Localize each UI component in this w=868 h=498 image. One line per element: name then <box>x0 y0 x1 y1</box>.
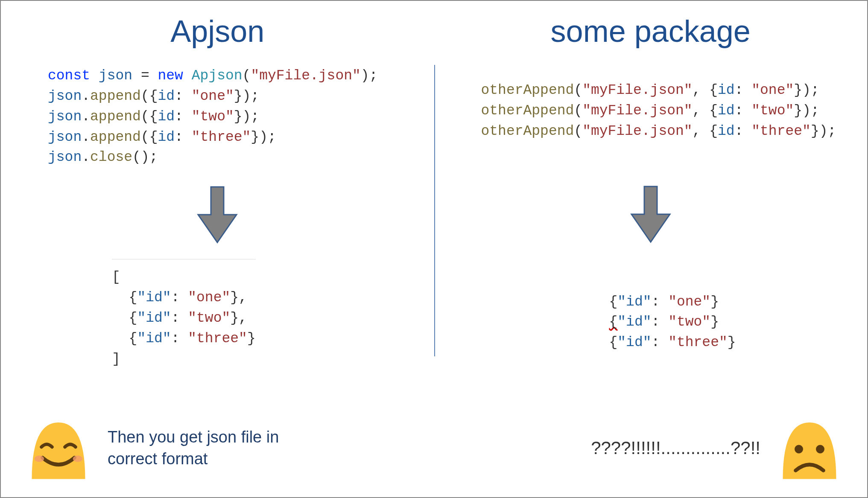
left-caption: Then you get json file in correct format <box>108 426 330 470</box>
right-caption: ????!!!!!!..............??!! <box>591 436 760 460</box>
down-arrow-icon <box>629 184 672 244</box>
right-arrow-wrap <box>460 184 842 246</box>
left-footer: Then you get json file in correct format <box>26 416 409 480</box>
frown-emoji-icon <box>777 416 842 480</box>
error-underline: { <box>609 314 618 330</box>
right-heading: some package <box>460 14 842 49</box>
svg-point-3 <box>816 445 824 454</box>
left-heading: Apjson <box>26 14 409 49</box>
smile-emoji-icon <box>26 416 91 480</box>
right-code: otherAppend("myFile.json", {id: "one"});… <box>481 80 842 142</box>
left-arrow-wrap <box>26 185 409 246</box>
left-code: const json = new Apjson("myFile.json"); … <box>48 66 409 168</box>
right-output: {"id": "one"} {"id": "two"} {"id": "thre… <box>609 284 736 353</box>
left-panel: Apjson const json = new Apjson("myFile.j… <box>1 1 434 497</box>
down-arrow-icon <box>196 185 239 245</box>
right-footer: ????!!!!!!..............??!! <box>460 416 842 480</box>
comparison-slide: Apjson const json = new Apjson("myFile.j… <box>0 0 868 498</box>
right-panel: some package otherAppend("myFile.json", … <box>434 1 868 497</box>
svg-point-0 <box>35 456 44 462</box>
svg-point-1 <box>73 456 83 462</box>
left-output: [ {"id": "one"}, {"id": "two"}, {"id": "… <box>112 259 256 369</box>
svg-point-2 <box>795 445 803 454</box>
